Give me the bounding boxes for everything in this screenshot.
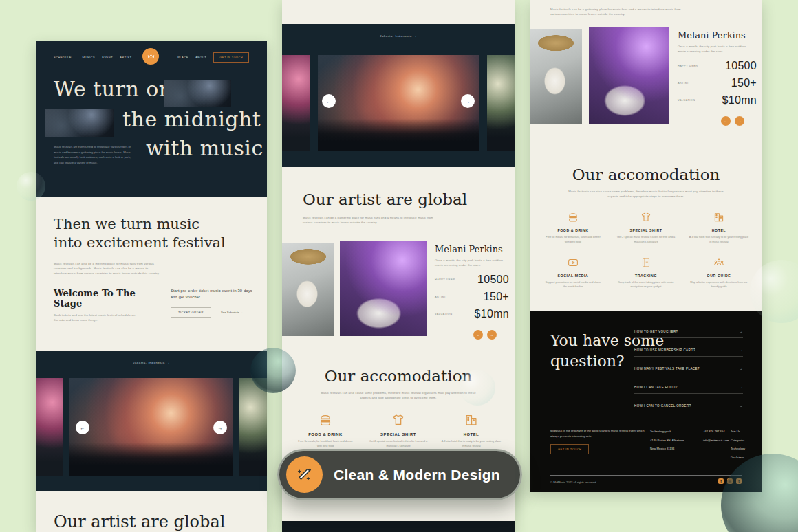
play-icon	[567, 255, 579, 269]
footer-email[interactable]: info@midmusic.com	[703, 439, 729, 443]
artist-next-button[interactable]: →	[735, 116, 744, 126]
faq-item-festivals[interactable]: HOW MANY FESTIVALS TAKE PLACE?→	[634, 366, 743, 375]
feature-text: A 3 star hotel that is ready to be your …	[442, 439, 502, 448]
gallery-carousel-section: Jakarta, Indonesia → ← →	[282, 24, 515, 167]
tracking-icon	[640, 255, 652, 269]
right-mockup: Music festivals can be a gathering place…	[530, 0, 762, 492]
hero-headline-line3: with music	[146, 136, 263, 160]
arrow-right-icon: →	[740, 385, 743, 389]
faq-item-cancel[interactable]: HOW I CAN TO CANCEL ORDER?→	[634, 403, 743, 412]
stat-happy-user: HAPPY USER10500	[435, 274, 509, 286]
carousel-location[interactable]: Jakarta, Indonesia →	[36, 361, 267, 364]
instagram-icon[interactable]: ◎	[727, 478, 733, 484]
magic-wand-icon	[295, 465, 314, 484]
see-schedule-link[interactable]: See Schedule →	[221, 311, 243, 314]
carousel-location[interactable]: Jakarta, Indonesia →	[282, 34, 515, 38]
get-in-touch-button[interactable]: GET IN TOUCH	[213, 52, 249, 63]
carousel-next-button[interactable]: →	[213, 421, 227, 434]
faq-item-food[interactable]: HOW I CAN TAKE FOOD?→	[634, 385, 743, 394]
twitter-icon[interactable]: t	[736, 478, 742, 484]
burger-icon	[567, 210, 579, 223]
stat-label: VALUATION	[678, 99, 695, 102]
ticket-order-button[interactable]: TICKET ORDER	[171, 307, 211, 318]
stat-valuation: VALUATION$10mn	[435, 308, 509, 320]
carousel-prev-button[interactable]: ←	[322, 94, 336, 108]
footer-divider	[550, 475, 742, 476]
design-badge: Clean & Modern Design	[277, 449, 522, 500]
nav-item-about[interactable]: ABOUT	[195, 56, 206, 59]
stat-value: 150+	[731, 77, 757, 89]
hotel-icon	[464, 411, 479, 428]
arrow-left-icon: ←	[80, 425, 85, 430]
artist-stats: HAPPY USER10500 ARTIST150+ VALUATION$10m…	[435, 274, 509, 325]
facebook-icon[interactable]: f	[718, 478, 724, 484]
stage-text: Book tickets and see the latest music fe…	[54, 313, 140, 322]
stage-title: Welcome To The Stage	[54, 288, 140, 309]
feature-hotel: HOTEL A 3 star hotel that is ready to be…	[682, 210, 755, 244]
carousel-next-button[interactable]: →	[461, 94, 475, 108]
cream-strip	[282, 0, 515, 24]
nav-item-schedule[interactable]: SCHEDULE ⌄	[54, 56, 76, 59]
footer-phone[interactable]: +62 876 787 654	[703, 430, 729, 434]
footer-link-categories[interactable]: Categories	[731, 439, 745, 443]
faq-item-voucher[interactable]: HOW TO GET VOUCHER?→	[634, 329, 743, 338]
chevron-down-icon: ⌄	[73, 56, 76, 59]
stat-value: $10mn	[722, 94, 757, 107]
carousel-location-label: Jakarta, Indonesia	[133, 361, 165, 364]
stat-value: 150+	[484, 291, 509, 303]
logo[interactable]	[142, 48, 159, 65]
design-showcase-canvas: SCHEDULE ⌄ MUSICS EVENT ARTIST PLACE ABO…	[0, 0, 798, 532]
artist-card-arrows: ← →	[678, 116, 757, 126]
stat-value: 10500	[725, 60, 757, 72]
stat-label: HAPPY USER	[435, 278, 455, 281]
stat-happy-user: HAPPY USER10500	[678, 60, 757, 72]
badge-label: Clean & Modern Design	[334, 467, 500, 483]
artist-heading: Our artist are global	[303, 190, 467, 208]
nav-item-event[interactable]: EVENT	[102, 56, 113, 59]
footer-link-technology[interactable]: Technology	[731, 447, 745, 452]
artist-photo-singer	[282, 243, 334, 336]
feature-title: SOCIAL MEDIA	[558, 274, 589, 278]
artist-next-button[interactable]: →	[487, 330, 497, 340]
feature-food-drink: FOOD & DRINK Free 3x meals, for breakfas…	[537, 210, 610, 244]
nav-item-musics[interactable]: MUSICS	[83, 56, 96, 59]
artist-name: Melani Perkins	[678, 30, 757, 41]
carousel-prev-button[interactable]: ←	[76, 421, 89, 434]
feature-special-shirt: SPECIAL SHIRT Get 2 special music festiv…	[362, 411, 435, 448]
hero-concert-image-1	[164, 80, 231, 107]
footer-social: f ◎ t	[718, 478, 742, 484]
carousel-location-label: Jakarta, Indonesia	[380, 34, 412, 38]
nav-item-place[interactable]: PLACE	[177, 56, 188, 59]
gallery-carousel-section: Jakarta, Indonesia → ← →	[36, 351, 267, 491]
footer-get-in-touch-button[interactable]: GET IN TOUCH	[550, 444, 589, 454]
stat-label: VALUATION	[435, 313, 452, 315]
feature-title: TRACKING	[635, 274, 657, 278]
stat-valuation: VALUATION$10mn	[678, 94, 757, 107]
hero-section: SCHEDULE ⌄ MUSICS EVENT ARTIST PLACE ABO…	[36, 41, 267, 197]
artist-stats: HAPPY USER10500 ARTIST150+ VALUATION$10m…	[678, 60, 757, 111]
artist-section: Our artist are global Music festivals ca…	[282, 167, 515, 351]
preorder-actions: TICKET ORDER See Schedule →	[171, 307, 257, 318]
stat-label: ARTIST	[435, 296, 446, 298]
arrow-right-icon: →	[240, 311, 243, 314]
feature-text: Support promotions on social media and s…	[543, 280, 603, 289]
footer-link-join-us[interactable]: Join Us	[731, 430, 745, 434]
footer-address-line: 4140 Parker Rd. Allentown	[650, 439, 684, 443]
arrow-right-icon: →	[740, 366, 743, 370]
footer-link-disclaimer[interactable]: Disclaimer	[731, 456, 745, 461]
artist-card-arrows: ← →	[435, 330, 509, 340]
arrow-right-icon: →	[740, 329, 743, 333]
carousel-next-image	[239, 378, 267, 476]
feature-title: SPECIAL SHIRT	[380, 432, 416, 436]
feature-text: Get 2 special music festival t-shirts fo…	[616, 235, 676, 244]
nav-item-artist[interactable]: ARTIST	[120, 56, 131, 59]
arrow-right-icon: →	[166, 361, 170, 364]
faq-question: HOW I CAN TO CANCEL ORDER?	[634, 404, 691, 408]
artist-prev-button[interactable]: ←	[721, 116, 731, 126]
faq-item-membership[interactable]: HOW TO USE MEMBERSHIP CARD?→	[634, 348, 743, 357]
carousel-main-image	[318, 55, 479, 151]
stat-value: 10500	[477, 274, 509, 286]
preorder-text: Start pre-order ticket music event in 30…	[171, 288, 257, 300]
accommodation-paragraph: Music festivals can also cause some prob…	[316, 390, 481, 400]
artist-prev-button[interactable]: ←	[473, 330, 483, 340]
